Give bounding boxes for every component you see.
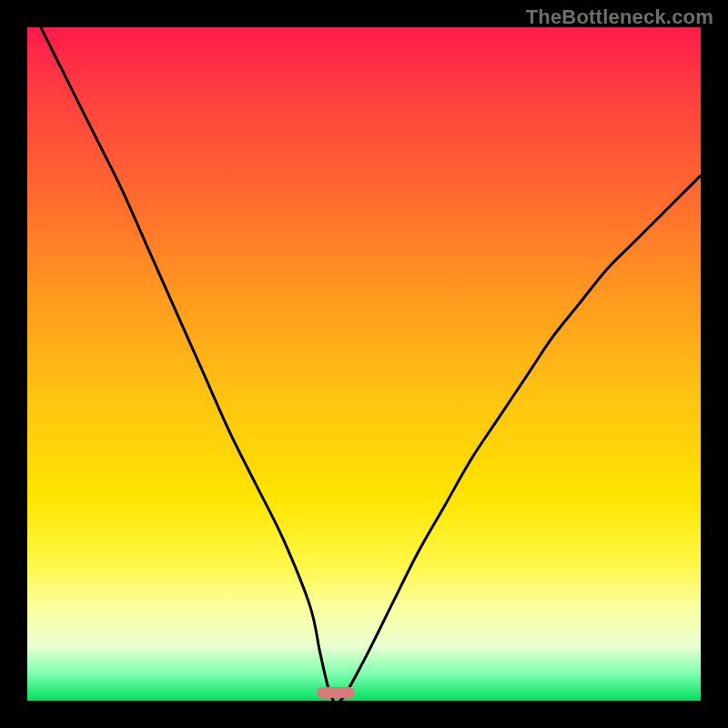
watermark-text: TheBottleneck.com [526, 5, 713, 29]
plot-area [27, 27, 701, 701]
bottleneck-curve-path [41, 27, 701, 701]
optimum-marker [317, 687, 355, 698]
chart-frame: TheBottleneck.com [0, 0, 728, 728]
curve-layer [27, 27, 701, 701]
